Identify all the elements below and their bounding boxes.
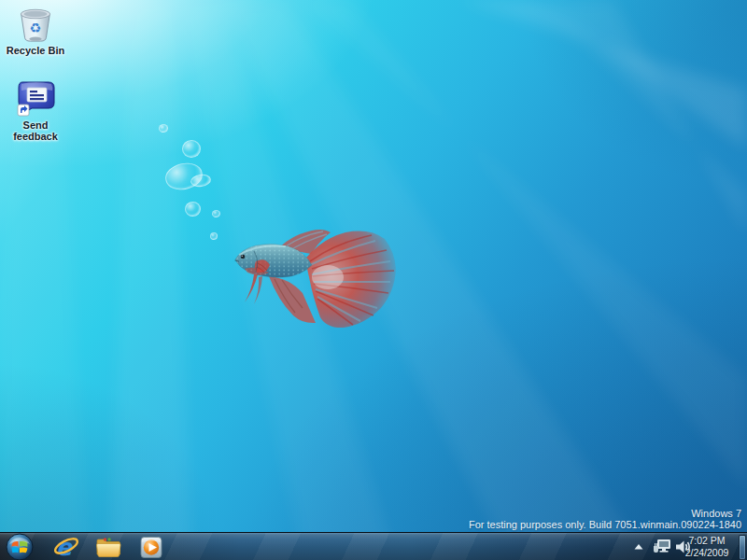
clock-time: 7:02 PM — [678, 535, 736, 547]
network-icon — [652, 538, 672, 556]
desktop-icon-send-feedback[interactable]: Send feedback — [6, 80, 65, 142]
taskbar: e — [0, 532, 747, 560]
watermark-product-name: Windows 7 — [469, 509, 741, 520]
internet-explorer-icon: e — [52, 534, 80, 560]
taskbar-clock[interactable]: 7:02 PM 2/24/2009 — [678, 534, 736, 560]
windows-orb-icon — [6, 533, 34, 560]
desktop-icon-recycle-bin[interactable]: ♻ Recycle Bin — [6, 6, 65, 56]
windows-desktop: ♻ Recycle Bin Send feedback Windows 7 — [0, 0, 747, 560]
show-hidden-icons-button[interactable] — [631, 540, 646, 553]
clock-date: 2/24/2009 — [678, 547, 736, 559]
recycle-bin-icon: ♻ — [14, 6, 57, 43]
bubble — [185, 202, 201, 217]
taskbar-item-windows-media-player[interactable] — [137, 534, 165, 560]
desktop-icon-label: Send feedback — [6, 119, 65, 142]
bubble — [210, 232, 218, 240]
shortcut-arrow-overlay — [18, 105, 29, 116]
start-button[interactable] — [6, 533, 34, 560]
betta-fish — [232, 226, 400, 333]
chevron-up-icon — [631, 540, 646, 553]
bubble — [212, 210, 220, 217]
taskbar-item-internet-explorer[interactable]: e — [52, 534, 80, 560]
desktop-icon-label: Recycle Bin — [6, 45, 65, 56]
watermark-build-string: For testing purposes only. Build 7051.wi… — [469, 520, 741, 531]
wallpaper — [0, 0, 747, 560]
build-watermark: Windows 7 For testing purposes only. Bui… — [469, 509, 741, 530]
bubble — [182, 140, 201, 158]
show-desktop-button[interactable] — [739, 535, 746, 560]
network-tray-icon[interactable] — [652, 538, 672, 556]
taskbar-item-windows-explorer[interactable] — [94, 534, 122, 560]
windows-media-player-icon — [138, 534, 164, 560]
svg-text:♻: ♻ — [30, 21, 42, 35]
windows-explorer-folder-icon — [94, 534, 122, 560]
send-feedback-icon — [15, 80, 56, 118]
svg-text:e: e — [56, 534, 74, 560]
bubble — [159, 124, 168, 133]
